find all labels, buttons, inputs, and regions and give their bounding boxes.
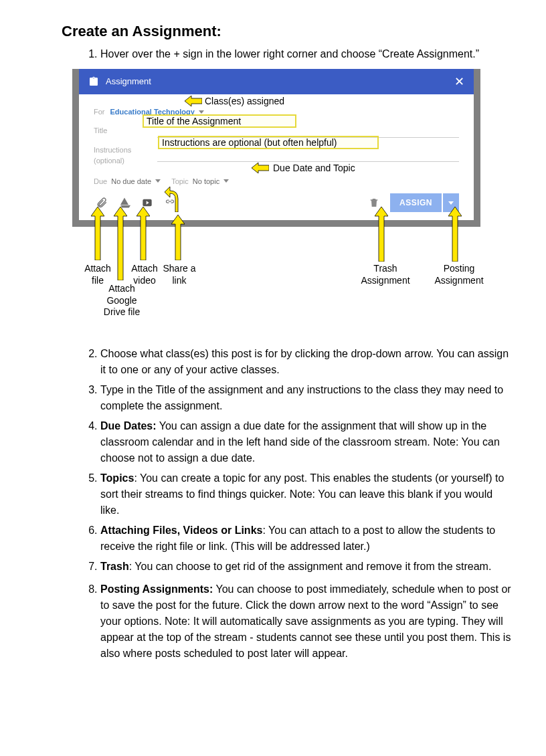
screenshot-figure: Assignment ✕ For Educational Technology … [72,69,480,227]
callout-classes: Class(es) assigned [205,94,284,108]
due-date-dropdown[interactable]: No due date [111,176,161,187]
due-label: Due [94,176,107,187]
dialog-body: For Educational Technology Title Instruc… [79,94,474,220]
step-7-text: : You can choose to get rid of the assig… [129,561,492,572]
step-6-label: Attaching Files, Videos or Links [100,525,262,536]
step-8-label: Posting Assignments: [100,583,213,595]
arrow-curve-icon [165,185,191,212]
instructions-label: Instructions (optional) [94,145,157,167]
for-label: For [94,106,105,118]
step-2: Choose what class(es) this post is for b… [100,346,513,378]
step-5-label: Topics [100,472,134,484]
arrow-left-icon [252,163,269,173]
instructions-input[interactable] [157,149,459,162]
bottom-labels: Attach file Attach Google Drive file Att… [72,233,480,341]
label-attach-video: Attach video [124,263,165,286]
chevron-down-icon [223,179,229,183]
assign-button[interactable]: ASSIGN [390,193,442,212]
arrow-left-icon [185,96,202,106]
label-trash: Trash Assignment [352,263,419,286]
step-4: Due Dates: You can assign a due date for… [100,418,513,466]
step-5-text: : You can create a topic for any post. T… [100,472,504,516]
chevron-down-icon [155,179,161,183]
close-icon[interactable]: ✕ [454,73,464,91]
callout-title-box: Title of the Assignment [143,114,296,128]
arrow-up-icon [448,207,462,262]
arrow-up-icon [91,207,104,260]
chevron-down-icon [199,110,204,114]
assignment-dialog: Assignment ✕ For Educational Technology … [72,69,480,227]
steps-list-top: Hover over the + sign in the lower right… [87,46,513,62]
arrow-up-icon [171,215,185,260]
step-8: Posting Assignments: You can choose to p… [100,581,513,662]
step-3: Type in the Title of the assignment and … [100,382,513,414]
steps-list-bottom: Choose what class(es) this post is for b… [87,346,513,662]
topic-dropdown[interactable]: No topic [193,176,229,187]
page-title: Create an Assignment: [62,20,513,42]
topic-value: No topic [193,176,219,187]
step-4-label: Due Dates: [100,420,157,432]
arrow-up-icon [136,207,150,260]
step-1: Hover over the + sign in the lower right… [100,46,513,62]
due-topic-row: Due No due date Topic No topic [94,176,459,187]
due-value: No due date [111,176,151,187]
label-share-link: Share a link [159,263,199,286]
callout-due-topic: Due Date and Topic [273,161,355,175]
dialog-title: Assignment [106,75,151,88]
arrow-up-icon [375,207,388,262]
label-attach-drive: Attach Google Drive file [100,283,143,318]
step-7-label: Trash [100,561,129,572]
label-posting: Posting Assignment [426,263,492,286]
step-6: Attaching Files, Videos or Links: You ca… [100,523,513,555]
callout-instructions-box: Instructions are optional (but often hel… [158,136,379,149]
step-7: Trash: You can choose to get rid of the … [100,559,513,575]
clipboard-icon [88,76,99,88]
chevron-down-icon [448,201,454,205]
step-4-text: You can assign a due date for the assign… [100,420,500,464]
step-5: Topics: You can create a topic for any p… [100,470,513,518]
dialog-titlebar: Assignment ✕ [79,69,474,94]
